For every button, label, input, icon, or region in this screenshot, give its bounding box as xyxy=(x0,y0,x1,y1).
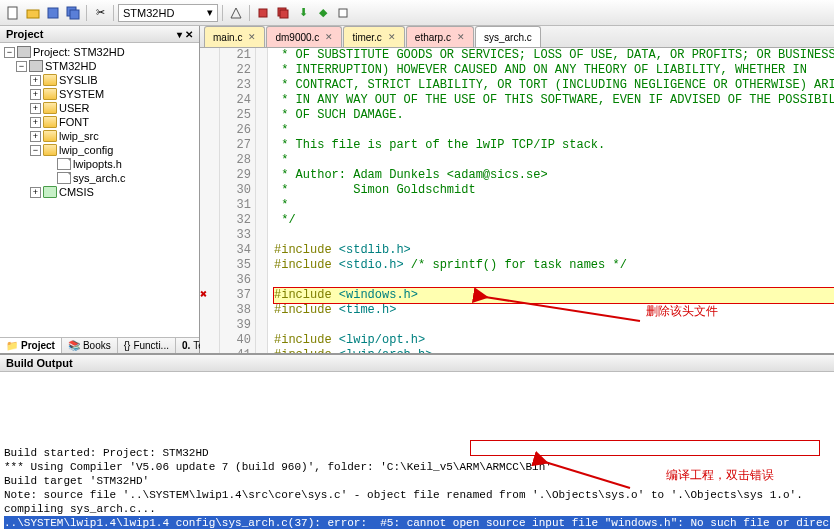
tab-books[interactable]: 📚 Books xyxy=(62,338,118,353)
stop-button[interactable] xyxy=(334,4,352,22)
build-output-body[interactable]: 编译工程，双击错误 Build started: Project: STM32H… xyxy=(0,372,834,529)
tree-group[interactable]: +USER xyxy=(2,101,197,115)
code-line[interactable]: * xyxy=(274,153,834,168)
line-number: 28 xyxy=(224,153,251,168)
close-tab-button[interactable]: ✕ xyxy=(457,32,465,42)
svg-rect-1 xyxy=(27,10,39,18)
line-number: 41 xyxy=(224,348,251,353)
save-all-button[interactable] xyxy=(64,4,82,22)
line-number: 40 xyxy=(224,333,251,348)
tree-root[interactable]: − Project: STM32HD xyxy=(2,45,197,59)
save-button[interactable] xyxy=(44,4,62,22)
editor-pane: main.c✕dm9000.c✕timer.c✕etharp.c✕sys_arc… xyxy=(200,26,834,353)
target-selector[interactable]: STM32HD ▾ xyxy=(118,4,218,22)
line-number: 29 xyxy=(224,168,251,183)
code-line[interactable]: #include <lwip/opt.h> xyxy=(274,333,834,348)
line-number: 36 xyxy=(224,273,251,288)
tree-group-label: SYSTEM xyxy=(59,88,104,100)
download-button[interactable]: ⬇ xyxy=(294,4,312,22)
line-number: 35 xyxy=(224,258,251,273)
code-line[interactable]: * xyxy=(274,198,834,213)
line-number: 26 xyxy=(224,123,251,138)
code-editor[interactable]: ✖ 21222324252627282930313233343536373839… xyxy=(200,48,834,353)
line-number: 32 xyxy=(224,213,251,228)
options-button[interactable] xyxy=(227,4,245,22)
line-number: 22 xyxy=(224,63,251,78)
file-tab[interactable]: etharp.c✕ xyxy=(406,26,474,47)
build-line[interactable]: Build target 'STM32HD' xyxy=(4,474,830,488)
tab-project[interactable]: 📁 Project xyxy=(0,338,62,353)
close-tab-button[interactable]: ✕ xyxy=(388,32,396,42)
project-panel-header: Project ▾ ✕ xyxy=(0,26,199,43)
code-line[interactable] xyxy=(274,228,834,243)
file-tab[interactable]: main.c✕ xyxy=(204,26,265,47)
tree-group-label: FONT xyxy=(59,116,89,128)
file-tab-label: etharp.c xyxy=(415,32,451,43)
tree-group[interactable]: −lwip_config xyxy=(2,143,197,157)
new-file-button[interactable] xyxy=(4,4,22,22)
code-line[interactable] xyxy=(274,318,834,333)
tree-target[interactable]: − STM32HD xyxy=(2,59,197,73)
line-number: 34 xyxy=(224,243,251,258)
close-tab-button[interactable]: ✕ xyxy=(248,32,256,42)
tree-file-label: lwipopts.h xyxy=(73,158,122,170)
file-tab[interactable]: timer.c✕ xyxy=(343,26,404,47)
tab-functions[interactable]: {} Functi... xyxy=(118,338,176,353)
tree-file[interactable]: sys_arch.c xyxy=(2,171,197,185)
folder-icon xyxy=(43,186,57,198)
file-tab[interactable]: dm9000.c✕ xyxy=(266,26,342,47)
code-line[interactable]: * CONTRACT, STRICT LIABILITY, OR TORT (I… xyxy=(274,78,834,93)
svg-rect-0 xyxy=(8,7,17,19)
svg-rect-4 xyxy=(70,10,79,19)
project-tree[interactable]: − Project: STM32HD − STM32HD +SYSLIB+SYS… xyxy=(0,43,199,337)
code-line[interactable]: #include <lwip/arch.h> xyxy=(274,348,834,353)
target-name-label: STM32HD xyxy=(123,7,174,19)
code-line[interactable]: * This file is part of the lwIP TCP/IP s… xyxy=(274,138,834,153)
file-tab-label: sys_arch.c xyxy=(484,32,532,43)
sidebar-bottom-tabs: 📁 Project 📚 Books {} Functi... 0. Templ.… xyxy=(0,337,199,353)
build-line[interactable]: Build started: Project: STM32HD xyxy=(4,446,830,460)
code-line[interactable]: #include <time.h> xyxy=(274,303,834,318)
build-line[interactable]: Note: source file '..\SYSTEM\lwip1.4\src… xyxy=(4,488,830,502)
code-line[interactable]: */ xyxy=(274,213,834,228)
tree-group[interactable]: +lwip_src xyxy=(2,129,197,143)
code-line[interactable]: * Simon Goldschmidt xyxy=(274,183,834,198)
code-line[interactable]: #include <windows.h> xyxy=(274,288,834,303)
line-number: 38 xyxy=(224,303,251,318)
build-button[interactable] xyxy=(254,4,272,22)
file-tab[interactable]: sys_arch.c xyxy=(475,26,541,47)
cut-button[interactable]: ✂ xyxy=(91,4,109,22)
folder-icon xyxy=(43,74,57,86)
close-tab-button[interactable]: ✕ xyxy=(325,32,333,42)
rebuild-button[interactable] xyxy=(274,4,292,22)
build-output-header: Build Output xyxy=(0,355,834,372)
project-sidebar: Project ▾ ✕ − Project: STM32HD − STM32HD… xyxy=(0,26,200,353)
folder-icon xyxy=(43,130,57,142)
build-error-line[interactable]: ..\SYSTEM\lwip1.4\lwip1.4 config\sys_arc… xyxy=(4,516,830,529)
debug-button[interactable]: ◆ xyxy=(314,4,332,22)
code-line[interactable]: * OF SUBSTITUTE GOODS OR SERVICES; LOSS … xyxy=(274,48,834,63)
open-file-button[interactable] xyxy=(24,4,42,22)
tree-file-label: sys_arch.c xyxy=(73,172,126,184)
code-line[interactable]: * xyxy=(274,123,834,138)
code-line[interactable]: #include <stdlib.h> xyxy=(274,243,834,258)
line-number: 27 xyxy=(224,138,251,153)
code-line[interactable]: * INTERRUPTION) HOWEVER CAUSED AND ON AN… xyxy=(274,63,834,78)
folder-icon xyxy=(43,88,57,100)
tree-group[interactable]: +FONT xyxy=(2,115,197,129)
build-line[interactable]: *** Using Compiler 'V5.06 update 7 (buil… xyxy=(4,460,830,474)
tree-group[interactable]: +SYSLIB xyxy=(2,73,197,87)
build-output-panel: Build Output 编译工程，双击错误 Build started: Pr… xyxy=(0,353,834,529)
code-line[interactable]: #include <stdio.h> /* sprintf() for task… xyxy=(274,258,834,273)
tree-group[interactable]: +CMSIS xyxy=(2,185,197,199)
line-number: 33 xyxy=(224,228,251,243)
code-line[interactable]: * OF SUCH DAMAGE. xyxy=(274,108,834,123)
tree-file[interactable]: lwipopts.h xyxy=(2,157,197,171)
code-line[interactable] xyxy=(274,273,834,288)
svg-rect-5 xyxy=(259,9,267,17)
close-panel-button[interactable]: ▾ ✕ xyxy=(177,29,193,40)
code-line[interactable]: * IN ANY WAY OUT OF THE USE OF THIS SOFT… xyxy=(274,93,834,108)
build-line[interactable]: compiling sys_arch.c... xyxy=(4,502,830,516)
code-line[interactable]: * Author: Adam Dunkels <adam@sics.se> xyxy=(274,168,834,183)
tree-group[interactable]: +SYSTEM xyxy=(2,87,197,101)
